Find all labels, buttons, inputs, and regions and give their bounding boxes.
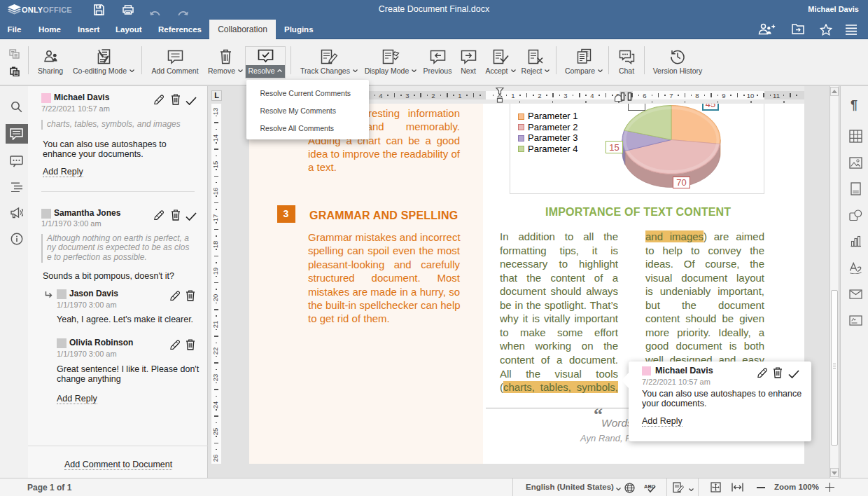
svg-text:ABC: ABC [644,483,656,490]
